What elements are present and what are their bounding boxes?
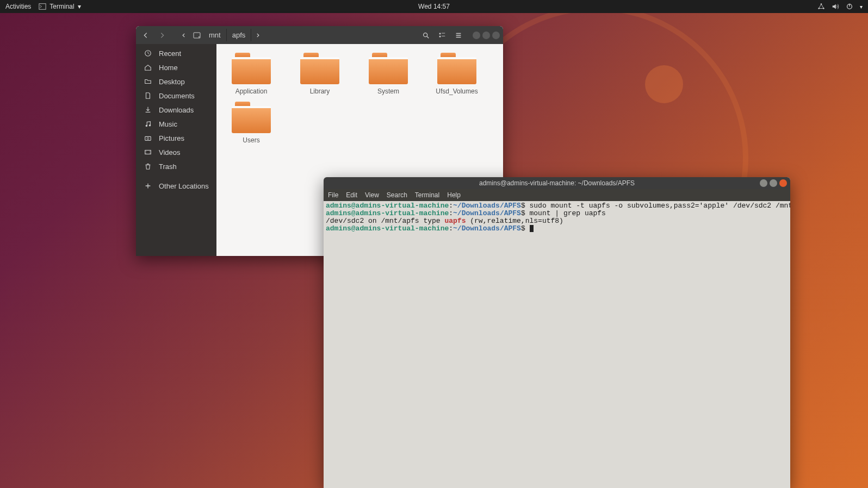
home-icon — [144, 63, 152, 72]
document-icon — [144, 91, 152, 100]
minimize-button[interactable] — [760, 179, 767, 187]
folder-icon — [300, 53, 339, 84]
terminal-menubar: FileEditViewSearchTerminalHelp — [324, 189, 790, 201]
minimize-button[interactable] — [473, 32, 480, 39]
sidebar-item-downloads[interactable]: Downloads — [136, 103, 216, 117]
download-icon — [144, 105, 152, 114]
back-button[interactable] — [139, 29, 152, 42]
folder-label: Application — [225, 87, 277, 95]
svg-point-18 — [146, 125, 148, 127]
folder-users[interactable]: Users — [225, 102, 277, 144]
sidebar-item-label: Pictures — [159, 134, 184, 142]
svg-rect-0 — [39, 4, 46, 10]
search-button[interactable] — [419, 29, 432, 42]
sidebar-item-label: Music — [159, 120, 177, 128]
maximize-button[interactable] — [482, 32, 490, 39]
terminal-body[interactable]: admins@admins-virtual-machine:~/Download… — [324, 201, 790, 488]
svg-point-23 — [146, 151, 146, 152]
forward-button[interactable] — [156, 29, 169, 42]
plus-icon — [144, 182, 152, 190]
sidebar-item-desktop[interactable]: Desktop — [136, 74, 216, 89]
close-button[interactable] — [779, 179, 787, 187]
activities-button[interactable]: Activities — [5, 3, 31, 10]
menu-help[interactable]: Help — [447, 191, 461, 199]
sidebar-item-label: Desktop — [159, 78, 185, 86]
sidebar-item-label: Other Locations — [159, 182, 209, 190]
path-segment-apfs[interactable]: apfs — [227, 29, 252, 41]
hamburger-menu-button[interactable] — [452, 29, 465, 42]
sidebar-item-documents[interactable]: Documents — [136, 89, 216, 103]
svg-rect-11 — [442, 33, 445, 33]
volume-icon[interactable] — [832, 3, 839, 10]
svg-point-25 — [150, 151, 150, 152]
sidebar-item-music[interactable]: Music — [136, 117, 216, 131]
svg-rect-22 — [145, 151, 151, 154]
sidebar-item-pictures[interactable]: Pictures — [136, 131, 216, 145]
folder-icon — [437, 53, 476, 84]
sidebar-item-label: Videos — [159, 148, 181, 157]
power-icon[interactable] — [846, 3, 853, 10]
sidebar-item-label: Home — [159, 64, 178, 72]
folder-icon — [369, 53, 408, 84]
menu-view[interactable]: View — [365, 191, 379, 199]
folder-application[interactable]: Application — [225, 53, 277, 95]
music-icon — [144, 120, 152, 128]
folder-ufsd_volumes[interactable]: Ufsd_Volumes — [431, 53, 483, 95]
menu-terminal[interactable]: Terminal — [415, 191, 439, 199]
path-back-button[interactable] — [177, 29, 190, 42]
svg-rect-12 — [439, 35, 441, 37]
path-segment-mnt[interactable]: mnt — [203, 29, 227, 41]
files-header: mnt apfs — [136, 26, 503, 44]
video-icon — [144, 148, 152, 157]
folder-system[interactable]: System — [362, 53, 414, 95]
terminal-title-text: admins@admins-virtual-machine: ~/Downloa… — [479, 179, 635, 187]
terminal-icon — [39, 3, 46, 10]
svg-point-21 — [147, 137, 149, 140]
menu-file[interactable]: File — [328, 191, 338, 199]
gnome-topbar: Activities Terminal ▾ Wed 14:57 ▾ — [0, 0, 868, 13]
network-icon[interactable] — [817, 3, 825, 10]
chevron-down-icon[interactable]: ▾ — [860, 4, 863, 10]
close-button[interactable] — [492, 32, 500, 39]
trash-icon — [144, 162, 152, 171]
sidebar-item-videos[interactable]: Videos — [136, 145, 216, 159]
camera-icon — [144, 134, 152, 142]
folder-library[interactable]: Library — [294, 53, 346, 95]
app-menu-label: Terminal — [49, 3, 74, 10]
sidebar-item-label: Downloads — [159, 106, 194, 114]
files-sidebar: RecentHomeDesktopDocumentsDownloadsMusic… — [136, 44, 216, 256]
app-menu[interactable]: Terminal ▾ — [39, 3, 80, 10]
svg-line-9 — [427, 36, 429, 38]
svg-rect-13 — [442, 35, 445, 36]
sidebar-item-recent[interactable]: Recent — [136, 46, 216, 60]
terminal-titlebar[interactable]: admins@admins-virtual-machine: ~/Downloa… — [324, 177, 790, 189]
svg-point-8 — [424, 33, 427, 36]
sidebar-item-home[interactable]: Home — [136, 60, 216, 74]
menu-edit[interactable]: Edit — [346, 191, 357, 199]
folder-label: Library — [294, 87, 346, 95]
clock-icon — [144, 49, 152, 58]
chevron-down-icon: ▾ — [78, 3, 81, 10]
disk-icon[interactable] — [190, 29, 203, 42]
maximize-button[interactable] — [770, 179, 777, 187]
sidebar-item-trash[interactable]: Trash — [136, 159, 216, 173]
folder-label: Users — [225, 136, 277, 144]
folder-label: Ufsd_Volumes — [431, 87, 483, 95]
view-toggle-button[interactable] — [436, 29, 449, 42]
svg-point-7 — [199, 36, 200, 37]
folder-icon — [232, 53, 271, 84]
sidebar-item-label: Recent — [159, 49, 181, 58]
svg-rect-10 — [439, 33, 441, 34]
menu-search[interactable]: Search — [387, 191, 407, 199]
sidebar-item-label: Documents — [159, 92, 195, 100]
clock[interactable]: Wed 14:57 — [418, 3, 450, 10]
sidebar-item-other-locations[interactable]: Other Locations — [136, 179, 216, 193]
sidebar-item-label: Trash — [159, 162, 177, 171]
folder-label: System — [362, 87, 414, 95]
path-bar: mnt apfs — [177, 29, 264, 42]
svg-point-24 — [146, 153, 146, 153]
svg-point-26 — [150, 153, 150, 153]
folder-icon — [144, 77, 152, 86]
terminal-window: admins@admins-virtual-machine: ~/Downloa… — [324, 177, 790, 488]
path-forward-button[interactable] — [251, 29, 264, 42]
